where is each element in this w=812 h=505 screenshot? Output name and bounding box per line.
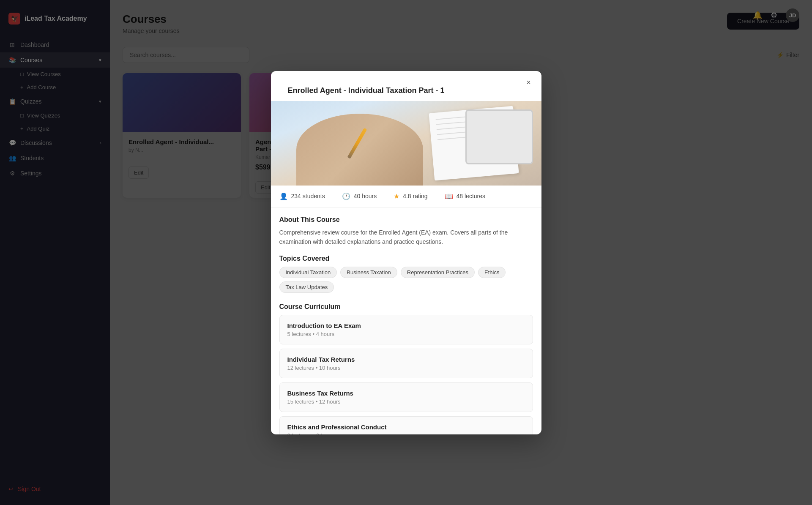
curriculum-section: Course Curriculum Introduction to EA Exa… xyxy=(279,303,533,434)
curriculum-item-meta: 12 lectures • 10 hours xyxy=(287,365,525,371)
rating-value: 4.8 rating xyxy=(403,193,427,199)
topic-tag: Business Taxation xyxy=(340,267,397,278)
curriculum-item-meta: 5 lectures • 4 hours xyxy=(287,331,525,337)
curriculum-item-title: Individual Tax Returns xyxy=(287,356,525,363)
hero-arm xyxy=(296,114,423,186)
curriculum-item-title: Introduction to EA Exam xyxy=(287,322,525,329)
rating-stat: ★ 4.8 rating xyxy=(394,192,427,200)
clock-icon: 🕐 xyxy=(342,192,350,200)
about-section-title: About This Course xyxy=(279,216,533,224)
curriculum-item-title: Ethics and Professional Conduct xyxy=(287,423,525,431)
star-icon: ★ xyxy=(394,192,399,200)
curriculum-item: Ethics and Professional Conduct 8 lectur… xyxy=(279,416,533,434)
about-text: Comprehensive review course for the Enro… xyxy=(279,228,533,247)
modal-close-button[interactable]: × xyxy=(523,77,535,89)
students-stat: 👤 234 students xyxy=(279,192,325,200)
hero-scene xyxy=(271,101,541,186)
curriculum-item-meta: 8 lectures • 6 hours xyxy=(287,432,525,434)
hero-tablet xyxy=(465,109,533,164)
modal-body: About This Course Comprehensive review c… xyxy=(271,207,541,434)
curriculum-list: Introduction to EA Exam 5 lectures • 4 h… xyxy=(279,315,533,434)
modal-overlay[interactable]: Enrolled Agent - Individual Taxation Par… xyxy=(0,0,812,505)
curriculum-item: Introduction to EA Exam 5 lectures • 4 h… xyxy=(279,315,533,344)
curriculum-section-title: Course Curriculum xyxy=(279,303,533,311)
book-icon: 📖 xyxy=(445,192,453,200)
modal-dialog: Enrolled Agent - Individual Taxation Par… xyxy=(271,71,541,434)
curriculum-item: Individual Tax Returns 12 lectures • 10 … xyxy=(279,349,533,378)
students-count: 234 students xyxy=(291,193,325,199)
topics-section-title: Topics Covered xyxy=(279,255,533,262)
hours-stat: 🕐 40 hours xyxy=(342,192,377,200)
modal-header: Enrolled Agent - Individual Taxation Par… xyxy=(271,71,541,101)
curriculum-item-meta: 15 lectures • 12 hours xyxy=(287,399,525,405)
topic-tag: Representation Practices xyxy=(401,267,475,278)
topics-tags: Individual TaxationBusiness TaxationRepr… xyxy=(279,267,533,293)
students-icon: 👤 xyxy=(279,192,288,200)
modal-hero-image xyxy=(271,101,541,186)
curriculum-item-title: Business Tax Returns xyxy=(287,390,525,397)
topic-tag: Ethics xyxy=(478,267,506,278)
topic-tag: Individual Taxation xyxy=(279,267,337,278)
curriculum-item: Business Tax Returns 15 lectures • 12 ho… xyxy=(279,382,533,412)
hours-count: 40 hours xyxy=(354,193,377,199)
modal-stats-row: 👤 234 students 🕐 40 hours ★ 4.8 rating 📖… xyxy=(271,186,541,207)
topic-tag: Tax Law Updates xyxy=(279,281,334,293)
lectures-stat: 📖 48 lectures xyxy=(445,192,485,200)
modal-title: Enrolled Agent - Individual Taxation Par… xyxy=(279,79,521,101)
lectures-count: 48 lectures xyxy=(457,193,485,199)
topics-section: Topics Covered Individual TaxationBusine… xyxy=(279,255,533,293)
